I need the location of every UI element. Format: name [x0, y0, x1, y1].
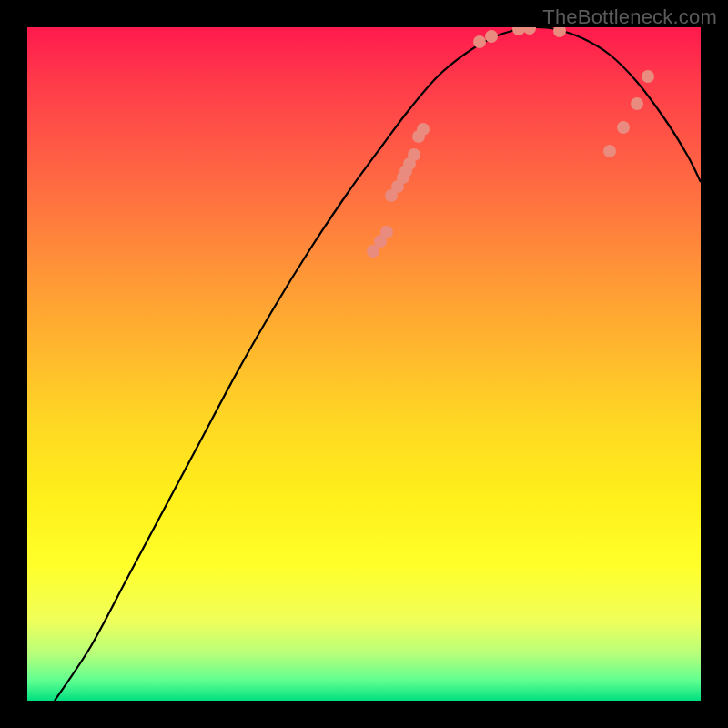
scatter-dot [603, 145, 616, 157]
chart-plot-area [27, 27, 701, 701]
scatter-dot [473, 35, 486, 48]
watermark-text: TheBottleneck.com [542, 5, 717, 29]
scatter-dot [408, 148, 420, 161]
scatter-dot [631, 97, 643, 110]
scatter-dot [485, 30, 498, 43]
bottleneck-curve [55, 27, 701, 701]
scatter-dot [617, 121, 630, 134]
chart-svg [27, 27, 701, 701]
scatter-dot [417, 123, 430, 136]
scatter-dot [512, 27, 525, 35]
scatter-dots [367, 27, 654, 258]
scatter-dot [523, 27, 536, 35]
scatter-dot [380, 226, 393, 238]
scatter-dot [642, 70, 654, 83]
